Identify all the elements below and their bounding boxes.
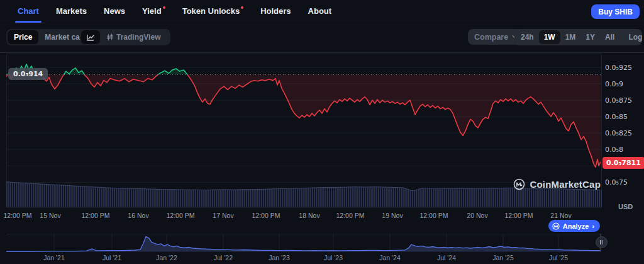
chart-toolbar: Price Market cap TradingView Compare 24h…: [6, 29, 644, 45]
line-chart-icon: [86, 33, 95, 42]
nav-tab-news[interactable]: News: [100, 6, 129, 16]
y-tick-label: 0.0₅9: [605, 80, 623, 88]
minimap-tick-label: Jan '22: [145, 254, 189, 261]
y-tick-label: 0.0₅8: [605, 146, 623, 154]
compare-label: Compare: [474, 33, 508, 42]
minimap-tick-label: Jul '22: [201, 254, 245, 261]
toolbar-separator: [0, 52, 644, 53]
time-range-1y[interactable]: 1Y: [580, 30, 600, 44]
y-tick-label: 0.0₅75: [605, 178, 628, 187]
time-range-group: 24h1W1M1YAll Log: [514, 29, 642, 45]
time-range-24h[interactable]: 24h: [516, 30, 539, 44]
minimap-tick-label: Jan '25: [481, 254, 525, 261]
coinmarketcap-watermark: CoinMarketCap: [513, 178, 601, 190]
y-tick-label: 0.0₅825: [605, 129, 632, 137]
tradingview-label: TradingView: [114, 33, 167, 42]
minimap-tick-label: Jul '24: [425, 254, 469, 261]
notification-dot-icon: [163, 6, 165, 9]
history-minimap[interactable]: [6, 229, 602, 255]
minimap-tick-label: Jul '23: [311, 254, 355, 261]
minimap-tick-label: Jul '25: [536, 254, 580, 261]
time-range-1m[interactable]: 1M: [560, 30, 581, 44]
analyze-button[interactable]: Analyze ›: [548, 220, 600, 232]
log-scale-toggle[interactable]: Log: [623, 30, 644, 44]
tab-list: ChartMarketsNewsYieldToken UnlocksHolder…: [14, 6, 335, 16]
main-price-chart[interactable]: [6, 54, 602, 208]
buy-shib-button[interactable]: Buy SHIB: [591, 4, 640, 19]
time-range-all[interactable]: All: [600, 30, 619, 44]
y-tick-label: 0.0₅875: [605, 96, 632, 105]
price-marketcap-toggle-group: Price Market cap: [6, 29, 92, 45]
current-price-badge: 0.0₅7811: [602, 157, 644, 169]
nav-tab-about[interactable]: About: [304, 6, 336, 16]
analyze-label: Analyze: [563, 222, 589, 230]
x-tick-label: 21 Nov: [535, 212, 587, 219]
time-range-1w[interactable]: 1W: [539, 30, 560, 44]
candlestick-icon: [106, 33, 114, 42]
price-toggle[interactable]: Price: [8, 30, 38, 44]
y-tick-label: 0.0₅925: [605, 64, 632, 72]
nav-tab-token-unlocks[interactable]: Token Unlocks: [179, 6, 248, 16]
nav-tab-markets[interactable]: Markets: [52, 6, 91, 16]
nav-tab-holders[interactable]: Holders: [257, 6, 294, 16]
baseline-price-label: 0.0₅914: [8, 68, 48, 80]
tradingview-toggle[interactable]: TradingView: [100, 30, 169, 44]
analyze-logo-icon: [552, 222, 560, 230]
y-tick-label: 0.0₅85: [605, 113, 628, 121]
minimap-tick-label: Jan '21: [32, 254, 76, 261]
nav-tab-chart[interactable]: Chart: [14, 6, 43, 16]
coinmarketcap-shib-chart-page: { "nav": { "tabs": [ {"label": "Chart", …: [0, 0, 644, 264]
chart-type-group: TradingView: [80, 29, 170, 45]
chevron-right-icon: ›: [592, 222, 594, 230]
minimap-tick-label: Jan '24: [368, 254, 412, 261]
minimap-tick-label: Jan '23: [257, 254, 301, 261]
time-range-buttons: 24h1W1M1YAll: [516, 30, 619, 44]
coinmarketcap-logo-icon: [513, 178, 525, 190]
line-chart-type-button[interactable]: [81, 30, 100, 44]
notification-dot-icon: [241, 6, 243, 9]
range-slider-handle[interactable]: [596, 236, 608, 248]
nav-tab-yield[interactable]: Yield: [138, 6, 169, 16]
watermark-label: CoinMarketCap: [530, 179, 601, 190]
currency-unit-label: USD: [618, 203, 633, 210]
minimap-tick-label: Jul '21: [90, 254, 134, 261]
page-tabs-nav: ChartMarketsNewsYieldToken UnlocksHolder…: [0, 0, 644, 23]
